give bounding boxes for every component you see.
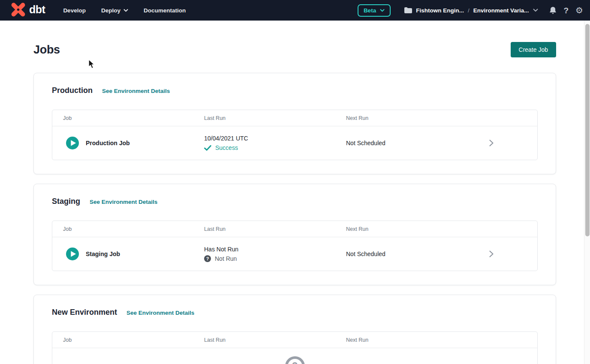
job-cell: Production Job — [52, 137, 204, 149]
jobs-empty-state: ? — [52, 348, 537, 364]
environment-card-new-environment: New Environment See Environment Details … — [33, 295, 556, 364]
jobs-table-header: Job Last Run Next Run — [52, 332, 537, 348]
environment-name: Staging — [52, 197, 80, 206]
row-actions-cell — [488, 250, 537, 258]
last-run-date: Has Not Run — [204, 245, 346, 254]
environment-card-header: Production See Environment Details — [52, 86, 538, 95]
nav-item-label: Documentation — [144, 7, 186, 14]
job-name[interactable]: Staging Job — [86, 251, 120, 257]
scrollbar-thumb[interactable] — [585, 24, 590, 236]
nav-icon-group: ? ⚙ — [549, 6, 583, 15]
jobs-table-header: Job Last Run Next Run — [52, 221, 537, 237]
environment-card-staging: Staging See Environment Details Job Last… — [33, 184, 556, 285]
environment-name: Production — [52, 86, 93, 95]
column-header-job: Job — [52, 115, 204, 121]
page-header: Jobs Create Job — [33, 42, 556, 57]
environment-card-header: New Environment See Environment Details — [52, 308, 538, 317]
row-actions-cell — [488, 139, 537, 147]
nav-item-documentation[interactable]: Documentation — [144, 7, 186, 14]
nav-item-develop[interactable]: Develop — [63, 7, 86, 14]
dbt-logo-icon — [10, 2, 26, 19]
chevron-right-icon[interactable] — [489, 139, 494, 147]
status-label: Success — [215, 144, 238, 151]
breadcrumb-account[interactable]: Fishtown Engin... — [416, 7, 464, 14]
help-icon[interactable]: ? — [563, 6, 569, 15]
see-environment-details-link[interactable]: See Environment Details — [126, 310, 194, 316]
column-header-last-run: Last Run — [204, 115, 346, 121]
top-nav: dbt Develop Deploy Documentation Beta Fi… — [0, 0, 590, 21]
column-header-next-run: Next Run — [346, 115, 488, 121]
see-environment-details-link[interactable]: See Environment Details — [102, 88, 170, 94]
chevron-down-icon — [123, 9, 128, 12]
column-header-next-run: Next Run — [346, 226, 488, 232]
jobs-table: Job Last Run Next Run Production Job 10/… — [52, 110, 538, 160]
next-run-cell: Not Scheduled — [346, 140, 488, 146]
last-run-status: Success — [204, 144, 346, 152]
not-run-question-icon: ? — [204, 255, 211, 262]
breadcrumb[interactable]: Fishtown Engin... / Environment Varia... — [404, 7, 538, 14]
see-environment-details-link[interactable]: See Environment Details — [90, 199, 157, 205]
breadcrumb-project[interactable]: Environment Varia... — [473, 7, 529, 14]
nav-item-deploy[interactable]: Deploy — [101, 7, 128, 14]
breadcrumb-separator: / — [468, 7, 470, 14]
job-row-production-job[interactable]: Production Job 10/04/2021 UTC Success No… — [52, 126, 537, 160]
notifications-bell-icon[interactable] — [549, 6, 557, 15]
jobs-table: Job Last Run Next Run ? — [52, 331, 538, 364]
environment-card-production: Production See Environment Details Job L… — [33, 73, 556, 174]
last-run-cell: 10/04/2021 UTC Success — [204, 134, 346, 152]
jobs-table-header: Job Last Run Next Run — [52, 110, 537, 126]
main-content: Jobs Create Job Production See Environme… — [0, 42, 590, 364]
chevron-right-icon[interactable] — [489, 250, 494, 258]
column-header-job: Job — [52, 337, 204, 343]
folder-icon — [404, 7, 412, 13]
brand-label: dbt — [29, 4, 45, 17]
column-header-job: Job — [52, 226, 204, 232]
chevron-down-icon — [380, 9, 385, 12]
column-header-last-run: Last Run — [204, 337, 346, 343]
dbt-logo[interactable]: dbt — [10, 2, 45, 19]
jobs-table: Job Last Run Next Run Staging Job Has No… — [52, 221, 538, 271]
status-label: Not Run — [215, 255, 237, 262]
beta-dropdown-button[interactable]: Beta — [358, 4, 391, 17]
create-job-button[interactable]: Create Job — [511, 42, 556, 57]
column-header-next-run: Next Run — [346, 337, 488, 343]
nav-item-label: Deploy — [101, 7, 120, 14]
run-play-icon[interactable] — [66, 137, 79, 149]
nav-right-cluster: Beta Fishtown Engin... / Environment Var… — [358, 4, 583, 17]
primary-nav: Develop Deploy Documentation — [63, 7, 186, 14]
job-cell: Staging Job — [52, 248, 204, 260]
gear-icon[interactable]: ⚙ — [575, 6, 583, 15]
last-run-date: 10/04/2021 UTC — [204, 134, 346, 143]
empty-state-question-icon: ? — [285, 356, 305, 364]
beta-label: Beta — [364, 7, 376, 14]
nav-item-label: Develop — [63, 7, 86, 14]
chevron-down-icon — [533, 9, 538, 12]
run-play-icon[interactable] — [66, 248, 79, 260]
environment-name: New Environment — [52, 308, 117, 317]
job-name[interactable]: Production Job — [86, 140, 130, 146]
column-header-last-run: Last Run — [204, 226, 346, 232]
success-check-icon — [204, 145, 211, 151]
page-title: Jobs — [33, 43, 60, 57]
next-run-cell: Not Scheduled — [346, 251, 488, 257]
job-row-staging-job[interactable]: Staging Job Has Not Run ? Not Run Not Sc… — [52, 237, 537, 271]
environment-card-header: Staging See Environment Details — [52, 197, 538, 206]
last-run-status: ? Not Run — [204, 255, 346, 263]
scrollbar-track[interactable] — [584, 21, 590, 364]
last-run-cell: Has Not Run ? Not Run — [204, 245, 346, 263]
